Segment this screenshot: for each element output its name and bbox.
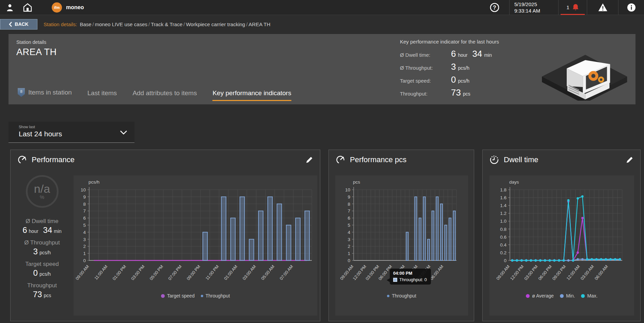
kpi-value-part: 73pcs — [451, 87, 470, 98]
kpi-value-part: 0pcs/h — [33, 271, 51, 277]
svg-text:03:00 PM: 03:00 PM — [130, 264, 146, 281]
kpi-summary: Key performance indicator for the last h… — [400, 39, 546, 100]
notifications-button[interactable]: 1 — [558, 0, 587, 15]
performance-pcs-card: Performance pcs 012345678910pcs09:00 AM1… — [328, 150, 474, 321]
stat-label: Ø Throughput — [11, 239, 74, 246]
legend-item-max-[interactable]: Max. — [581, 293, 597, 299]
legend-label: Max. — [587, 293, 597, 299]
tab-label: Last items — [87, 89, 117, 97]
station-machine-image — [536, 39, 631, 102]
back-label: BACK — [15, 21, 28, 27]
svg-text:8: 8 — [348, 202, 350, 207]
legend-item--average[interactable]: ø Average — [526, 293, 554, 299]
home-icon[interactable] — [23, 3, 32, 12]
tooltip-arrow — [387, 278, 390, 282]
svg-text:0.6: 0.6 — [500, 235, 506, 240]
svg-text:11:00 AM: 11:00 AM — [94, 264, 109, 281]
svg-text:12:00 AM: 12:00 AM — [566, 264, 581, 281]
performance-pcs-chart[interactable]: 012345678910pcs09:00 AM12:00 PM03:00 PM0… — [335, 175, 468, 316]
svg-text:05:00 PM: 05:00 PM — [149, 264, 164, 281]
card-title: Dwell time — [504, 155, 538, 164]
card-title: Performance pcs — [350, 155, 406, 164]
svg-text:12:00 PM: 12:00 PM — [509, 264, 525, 281]
card-title: Performance — [32, 155, 75, 164]
kpi-value-part: 34min — [472, 49, 492, 59]
chart-tooltip: 04:00 PM Throughput: 0 — [390, 269, 431, 285]
tooltip-time: 04:00 PM — [393, 271, 427, 276]
legend-item-target-speed[interactable]: Target speed — [161, 293, 195, 299]
back-button[interactable]: BACK — [0, 19, 37, 30]
help-button[interactable]: ? — [480, 0, 509, 15]
svg-text:0.8: 0.8 — [500, 227, 506, 232]
svg-text:06:00 PM: 06:00 PM — [537, 264, 553, 281]
breadcrumb-item[interactable]: Base — [80, 21, 91, 27]
legend-label: Target speed — [167, 293, 195, 299]
breadcrumb-item[interactable]: AREA TH — [248, 21, 270, 27]
datetime-display: 5/19/2025 9:33:14 AM — [509, 0, 558, 15]
edit-pencil-icon[interactable] — [626, 156, 633, 164]
breadcrumb-item[interactable]: Track & Trace — [151, 21, 182, 27]
svg-text:07:00 AM: 07:00 AM — [279, 264, 294, 281]
performance-card: Performance n/a % Ø Dwell time6hour34min… — [10, 150, 320, 321]
svg-text:5: 5 — [83, 223, 86, 228]
svg-text:1: 1 — [348, 251, 350, 256]
legend-label: Throughput — [206, 293, 230, 299]
legend-item-min-[interactable]: Min. — [560, 293, 575, 299]
dwell-time-card: Dwell time 00.20.40.60.81.01.21.41.61.8d… — [482, 150, 641, 321]
tab-label: Add attributes to items — [132, 89, 197, 97]
user-icon[interactable] — [5, 3, 14, 12]
tooltip-text: Throughput: 0 — [399, 277, 427, 282]
legend-label: Throughput — [392, 293, 416, 299]
kpi-value-part: 6hour — [451, 49, 468, 59]
svg-text:07:00 PM: 07:00 PM — [167, 264, 183, 281]
tab-last-items[interactable]: Last items — [87, 89, 117, 101]
svg-text:6: 6 — [83, 216, 86, 221]
tab-items-in-station[interactable]: 8Items in station — [18, 88, 72, 101]
legend-item-throughput[interactable]: Throughput — [387, 293, 416, 299]
svg-text:pcs/h: pcs/h — [88, 180, 99, 185]
svg-text:1.6: 1.6 — [500, 195, 506, 200]
gauge-value: n/a — [28, 182, 57, 196]
edit-pencil-icon[interactable] — [306, 156, 313, 164]
show-last-dropdown[interactable]: Show last Last 24 hours — [9, 122, 134, 143]
performance-chart[interactable]: 012345678910pcs/h09:00 AM11:00 AM01:00 P… — [74, 175, 317, 316]
svg-text:1.8: 1.8 — [500, 187, 506, 192]
time-text: 9:33:14 AM — [514, 7, 540, 14]
alarms-button[interactable] — [587, 0, 618, 15]
svg-text:03:00 AM: 03:00 AM — [580, 264, 595, 281]
breadcrumb-item[interactable]: moneo LIVE use cases — [95, 21, 147, 27]
tab-key-performance-indicators[interactable]: Key performance indicators — [212, 89, 291, 101]
tooltip-series-swatch — [393, 278, 397, 282]
dwell-time-chart[interactable]: 00.20.40.60.81.01.21.41.61.8days09:00 AM… — [489, 175, 634, 316]
kpi-title: Key performance indicator for the last h… — [400, 39, 546, 45]
station-name: AREA TH — [16, 47, 57, 57]
stat-label: Target speed — [11, 261, 74, 268]
kpi-value-part: 3pcs/h — [33, 250, 51, 255]
kpi-row: Ø Throughput:3pcs/h — [400, 62, 546, 72]
kpi-label: Ø Dwell time: — [400, 52, 451, 58]
svg-text:9: 9 — [348, 194, 350, 200]
svg-text:6: 6 — [348, 216, 350, 221]
svg-text:2: 2 — [348, 244, 350, 249]
svg-text:0: 0 — [504, 258, 506, 263]
notification-count: 1 — [566, 4, 569, 10]
brand[interactable]: ifm moneo — [52, 2, 84, 13]
svg-text:03:00 PM: 03:00 PM — [524, 264, 539, 281]
svg-text:days: days — [509, 180, 519, 185]
stat-label: Ø Dwell time — [11, 218, 74, 225]
breadcrumb-item[interactable]: Workpiece carrier tracking — [186, 21, 245, 27]
svg-text:3: 3 — [83, 237, 86, 242]
stat-block: Target speed0pcs/h — [11, 261, 74, 278]
legend-marker — [161, 294, 165, 298]
svg-text:8: 8 — [83, 202, 86, 207]
chevron-down-icon — [120, 130, 127, 136]
breadcrumb-separator: / — [182, 21, 186, 27]
tab-add-attributes-to-items[interactable]: Add attributes to items — [132, 89, 197, 101]
svg-text:09:00 PM: 09:00 PM — [186, 264, 201, 281]
kpi-value-part: 0pcs/h — [451, 74, 469, 85]
info-button[interactable] — [618, 0, 644, 15]
breadcrumb-separator: / — [92, 21, 95, 27]
kpi-value-part: 3pcs/h — [451, 62, 469, 72]
legend-item-throughput[interactable]: Throughput — [201, 293, 230, 299]
svg-text:09:00 PM: 09:00 PM — [551, 264, 567, 281]
